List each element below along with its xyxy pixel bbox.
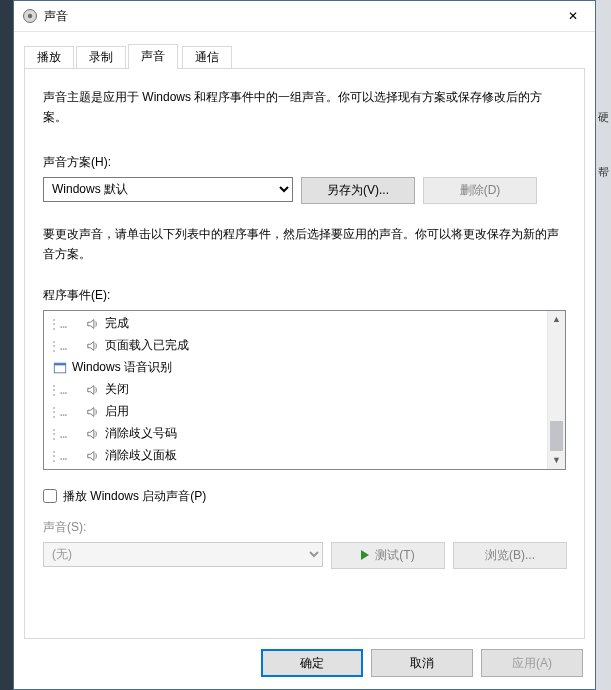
- event-item[interactable]: ⋮…关闭: [44, 379, 548, 401]
- ok-button[interactable]: 确定: [261, 649, 363, 677]
- sound-label: 声音(S):: [43, 519, 566, 536]
- speaker-icon: [85, 448, 101, 464]
- scheme-select[interactable]: Windows 默认: [43, 177, 293, 202]
- svg-point-1: [28, 14, 32, 18]
- cancel-button[interactable]: 取消: [371, 649, 473, 677]
- desktop-right-strip: 硬 帮: [596, 0, 611, 690]
- play-icon: [361, 550, 369, 560]
- sound-dialog: 声音 ✕ 播放 录制 声音 通信 声音主题是应用于 Windows 和程序事件中…: [13, 0, 596, 690]
- browse-button: 浏览(B)...: [453, 542, 567, 569]
- tree-guides: ⋮…: [48, 449, 67, 463]
- delete-button: 删除(D): [423, 177, 537, 204]
- event-item[interactable]: ⋮…消除歧义号码: [44, 423, 548, 445]
- events-label: 程序事件(E):: [43, 287, 566, 304]
- tree-guides: ⋮…: [48, 405, 67, 419]
- sounds-panel: 声音主题是应用于 Windows 和程序事件中的一组声音。你可以选择现有方案或保…: [24, 69, 585, 639]
- apply-button: 应用(A): [481, 649, 583, 677]
- windows-icon: [52, 360, 68, 376]
- tab-communications[interactable]: 通信: [182, 46, 232, 68]
- desktop-left-strip: [0, 0, 13, 690]
- event-item-label: Windows 语音识别: [72, 359, 172, 376]
- titlebar: 声音 ✕: [14, 1, 595, 32]
- event-item-label: 消除歧义号码: [105, 425, 177, 442]
- speaker-icon: [85, 382, 101, 398]
- play-startup-sound-row[interactable]: 播放 Windows 启动声音(P): [43, 488, 566, 505]
- tab-strip: 播放 录制 声音 通信: [24, 44, 585, 69]
- events-scrollbar[interactable]: ▲ ▼: [547, 311, 565, 469]
- scroll-up-arrow[interactable]: ▲: [548, 311, 565, 328]
- tree-guides: ⋮…: [48, 339, 67, 353]
- scroll-down-arrow[interactable]: ▼: [548, 452, 565, 469]
- test-button-label: 测试(T): [375, 547, 414, 564]
- tab-recording[interactable]: 录制: [76, 46, 126, 68]
- event-item[interactable]: ⋮…完成: [44, 313, 548, 335]
- event-item[interactable]: ⋮…消除歧义面板: [44, 445, 548, 467]
- speaker-icon: [85, 338, 101, 354]
- tree-guides: ⋮…: [48, 317, 67, 331]
- save-as-button[interactable]: 另存为(V)...: [301, 177, 415, 204]
- dialog-footer: 确定 取消 应用(A): [261, 649, 583, 677]
- speaker-icon: [85, 404, 101, 420]
- tab-playback[interactable]: 播放: [24, 46, 74, 68]
- sound-select: (无): [43, 542, 323, 567]
- event-item[interactable]: Windows 语音识别: [44, 357, 548, 379]
- event-item-label: 关闭: [105, 381, 129, 398]
- close-icon: ✕: [568, 9, 578, 23]
- tree-guides: ⋮…: [48, 383, 67, 397]
- tree-guides: ⋮…: [48, 427, 67, 441]
- scroll-thumb[interactable]: [550, 421, 563, 451]
- scheme-label: 声音方案(H):: [43, 154, 566, 171]
- speaker-icon: [85, 316, 101, 332]
- edge-hint: 帮: [598, 165, 609, 180]
- edge-hint: 硬: [598, 110, 609, 125]
- sounds-description: 声音主题是应用于 Windows 和程序事件中的一组声音。你可以选择现有方案或保…: [43, 87, 566, 128]
- tab-sounds[interactable]: 声音: [128, 44, 178, 69]
- event-item-label: 页面载入已完成: [105, 337, 189, 354]
- app-icon: [22, 8, 38, 24]
- test-button: 测试(T): [331, 542, 445, 569]
- event-item-label: 消除歧义面板: [105, 447, 177, 464]
- close-button[interactable]: ✕: [550, 2, 595, 31]
- event-item-label: 启用: [105, 403, 129, 420]
- event-item-label: 完成: [105, 315, 129, 332]
- events-description: 要更改声音，请单击以下列表中的程序事件，然后选择要应用的声音。你可以将更改保存为…: [43, 224, 566, 265]
- speaker-icon: [85, 426, 101, 442]
- events-listbox[interactable]: ⋮…完成 ⋮…页面载入已完成Windows 语音识别 ⋮…关闭 ⋮…启用 ⋮…消…: [43, 310, 566, 470]
- event-item[interactable]: ⋮…启用: [44, 401, 548, 423]
- svg-rect-3: [54, 363, 65, 365]
- window-title: 声音: [44, 8, 550, 25]
- event-item[interactable]: ⋮…页面载入已完成: [44, 335, 548, 357]
- play-startup-sound-checkbox[interactable]: [43, 489, 57, 503]
- play-startup-sound-label: 播放 Windows 启动声音(P): [63, 488, 206, 505]
